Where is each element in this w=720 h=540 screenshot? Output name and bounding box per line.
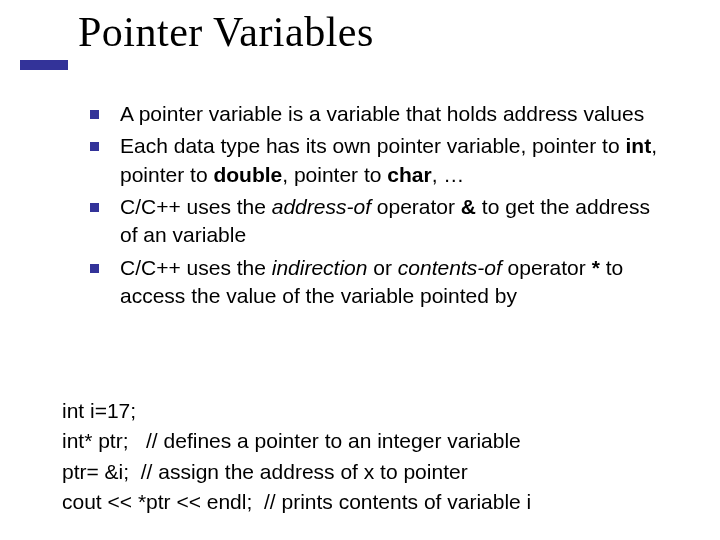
bullet-text-segment: C/C++ uses the (120, 256, 272, 279)
bullet-text-segment: Each data type has its own pointer varia… (120, 134, 625, 157)
bullet-text-segment: , pointer to (282, 163, 387, 186)
bullet-item: Each data type has its own pointer varia… (90, 132, 660, 189)
bullet-text-segment: double (213, 163, 282, 186)
bullet-text-segment: indirection (272, 256, 368, 279)
code-line: int i=17; (62, 396, 662, 426)
bullet-text-segment: A pointer variable is a variable that ho… (120, 102, 644, 125)
bullet-list: A pointer variable is a variable that ho… (90, 100, 660, 314)
bullet-text-segment: C/C++ uses the (120, 195, 272, 218)
bullet-text-segment: int (625, 134, 651, 157)
code-block: int i=17;int* ptr; // defines a pointer … (62, 396, 662, 518)
bullet-item: A pointer variable is a variable that ho… (90, 100, 660, 128)
bullet-item: C/C++ uses the address-of operator & to … (90, 193, 660, 250)
bullet-item: C/C++ uses the indirection or contents-o… (90, 254, 660, 311)
title-accent-bar (20, 60, 68, 70)
bullet-text-segment: operator (371, 195, 461, 218)
slide: Pointer Variables A pointer variable is … (0, 0, 720, 540)
bullet-text-segment: contents-of (398, 256, 508, 279)
code-line: ptr= &i; // assign the address of x to p… (62, 457, 662, 487)
bullet-text-segment: char (387, 163, 431, 186)
bullet-ul: A pointer variable is a variable that ho… (90, 100, 660, 310)
bullet-text-segment: address-of (272, 195, 371, 218)
code-line: int* ptr; // defines a pointer to an int… (62, 426, 662, 456)
bullet-text-segment: operator (508, 256, 592, 279)
code-line: cout << *ptr << endl; // prints contents… (62, 487, 662, 517)
bullet-text-segment: , … (432, 163, 465, 186)
bullet-text-segment: & (461, 195, 476, 218)
slide-title: Pointer Variables (78, 8, 374, 56)
bullet-text-segment: * (592, 256, 600, 279)
bullet-text-segment: or (367, 256, 397, 279)
